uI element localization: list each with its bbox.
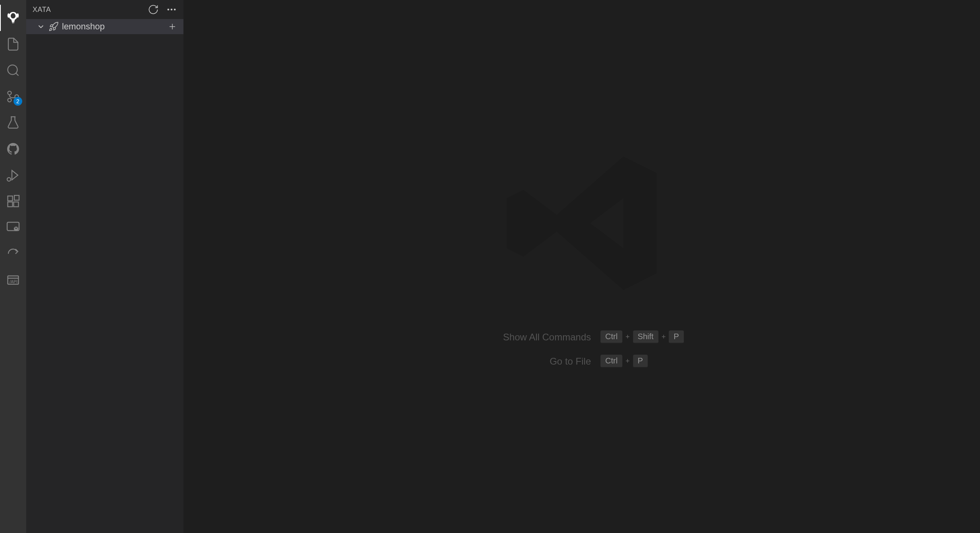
run-debug-activity-item[interactable] <box>0 162 26 188</box>
remote-activity-item[interactable] <box>0 214 26 241</box>
svg-point-2 <box>8 91 12 95</box>
key-plus: + <box>662 333 666 341</box>
key: Ctrl <box>600 330 622 344</box>
github-icon <box>6 142 20 156</box>
search-activity-item[interactable] <box>0 57 26 83</box>
sidebar-title: XATA <box>33 6 51 14</box>
rocket-icon <box>48 21 59 32</box>
shortcut-row: Go to File Ctrl + P <box>480 355 684 368</box>
svg-point-19 <box>174 9 176 11</box>
svg-point-17 <box>168 9 170 11</box>
source-control-activity-item[interactable]: 2 <box>0 83 26 110</box>
remote-icon <box>6 220 20 235</box>
shortcut-label: Go to File <box>480 356 591 367</box>
testing-activity-item[interactable] <box>0 110 26 136</box>
key-plus: + <box>625 357 630 365</box>
key-plus: + <box>625 333 630 341</box>
search-icon <box>6 63 20 77</box>
shortcut-keys: Ctrl + Shift + P <box>600 330 684 344</box>
chevron-down-icon <box>37 22 45 31</box>
svg-rect-10 <box>14 202 19 207</box>
key: P <box>669 330 683 344</box>
api-activity-item[interactable]: /API <box>0 267 26 293</box>
shortcut-row: Show All Commands Ctrl + Shift + P <box>480 330 684 344</box>
shortcut-keys: Ctrl + P <box>600 355 648 368</box>
svg-text:/API: /API <box>10 279 17 284</box>
key: Shift <box>633 330 658 344</box>
beaker-icon <box>6 116 20 130</box>
debug-icon <box>6 168 20 182</box>
svg-rect-9 <box>8 202 13 207</box>
refresh-icon[interactable] <box>148 4 159 15</box>
explorer-activity-item[interactable] <box>0 31 26 57</box>
butterfly-icon <box>6 11 20 25</box>
svg-rect-8 <box>8 196 13 201</box>
editor-area: Show All Commands Ctrl + Shift + P Go to… <box>183 0 980 533</box>
source-control-badge: 2 <box>14 97 22 106</box>
share-activity-item[interactable] <box>0 241 26 267</box>
github-activity-item[interactable] <box>0 136 26 162</box>
sidebar-header: XATA <box>26 0 183 19</box>
api-icon: /API <box>6 273 20 287</box>
vscode-watermark <box>498 140 665 308</box>
activity-bar: 2 <box>0 0 26 533</box>
tree-item-lemonshop[interactable]: lemonshop <box>26 19 183 34</box>
tree-item-label: lemonshop <box>62 21 164 32</box>
more-icon[interactable] <box>166 4 177 15</box>
shortcuts-list: Show All Commands Ctrl + Shift + P Go to… <box>480 330 684 368</box>
svg-point-3 <box>8 98 12 102</box>
xata-activity-item[interactable] <box>0 5 26 31</box>
share-icon <box>6 247 20 261</box>
svg-rect-11 <box>14 195 19 200</box>
shortcut-label: Show All Commands <box>480 332 591 343</box>
svg-point-7 <box>7 178 11 181</box>
svg-marker-6 <box>12 170 18 180</box>
extensions-activity-item[interactable] <box>0 188 26 214</box>
key: Ctrl <box>600 355 622 368</box>
svg-line-1 <box>16 73 19 76</box>
extensions-icon <box>6 194 20 209</box>
svg-point-18 <box>171 9 173 11</box>
key: P <box>633 355 648 368</box>
svg-point-0 <box>8 65 17 75</box>
sidebar-panel: XATA lemonshop <box>26 0 183 533</box>
plus-icon[interactable] <box>168 22 177 31</box>
sidebar-actions <box>148 4 177 15</box>
files-icon <box>6 37 20 51</box>
